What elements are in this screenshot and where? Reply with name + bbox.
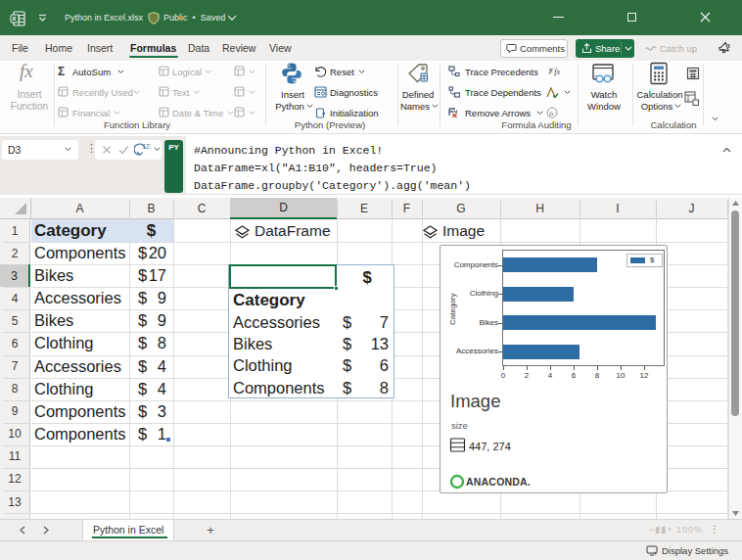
svg-text:fx: fx (549, 111, 554, 117)
svg-text:123: 123 (143, 143, 152, 150)
